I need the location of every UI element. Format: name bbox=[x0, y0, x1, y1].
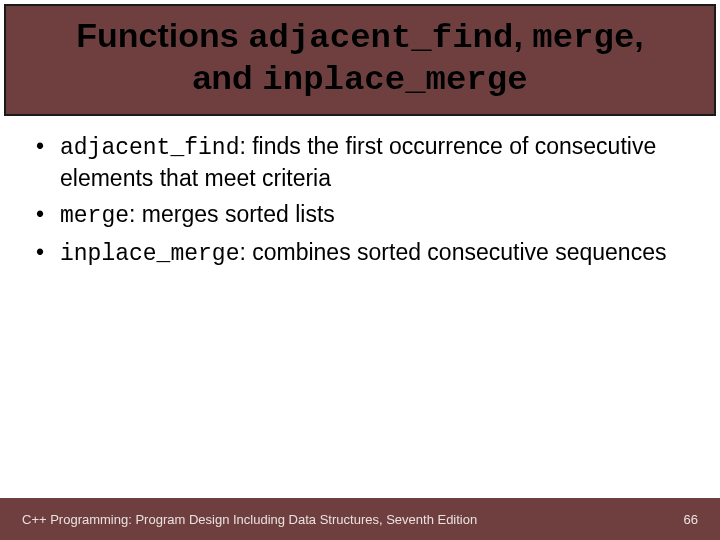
page-number: 66 bbox=[684, 512, 698, 527]
title-code-1: adjacent_find bbox=[248, 19, 513, 57]
title-sep-2: , bbox=[634, 16, 643, 54]
title-code-2: merge bbox=[532, 19, 634, 57]
title-sep-1: , bbox=[513, 16, 532, 54]
list-item: merge: merges sorted lists bbox=[30, 200, 690, 232]
slide-footer: C++ Programming: Program Design Includin… bbox=[0, 498, 720, 540]
bullet-code: merge bbox=[60, 203, 129, 229]
title-line2-prefix: and bbox=[192, 58, 262, 96]
slide-title: Functions adjacent_find, merge, and inpl… bbox=[26, 16, 694, 100]
bullet-text: : combines sorted consecutive sequences bbox=[239, 239, 666, 265]
bullet-list: adjacent_find: finds the first occurrenc… bbox=[30, 132, 690, 270]
list-item: adjacent_find: finds the first occurrenc… bbox=[30, 132, 690, 194]
list-item: inplace_merge: combines sorted consecuti… bbox=[30, 238, 690, 270]
slide-body: adjacent_find: finds the first occurrenc… bbox=[0, 116, 720, 270]
title-prefix: Functions bbox=[76, 16, 248, 54]
slide-title-bar: Functions adjacent_find, merge, and inpl… bbox=[4, 4, 716, 116]
bullet-code: adjacent_find bbox=[60, 135, 239, 161]
bullet-code: inplace_merge bbox=[60, 241, 239, 267]
title-code-3: inplace_merge bbox=[262, 61, 527, 99]
bullet-text: : merges sorted lists bbox=[129, 201, 335, 227]
footer-text: C++ Programming: Program Design Includin… bbox=[22, 512, 477, 527]
